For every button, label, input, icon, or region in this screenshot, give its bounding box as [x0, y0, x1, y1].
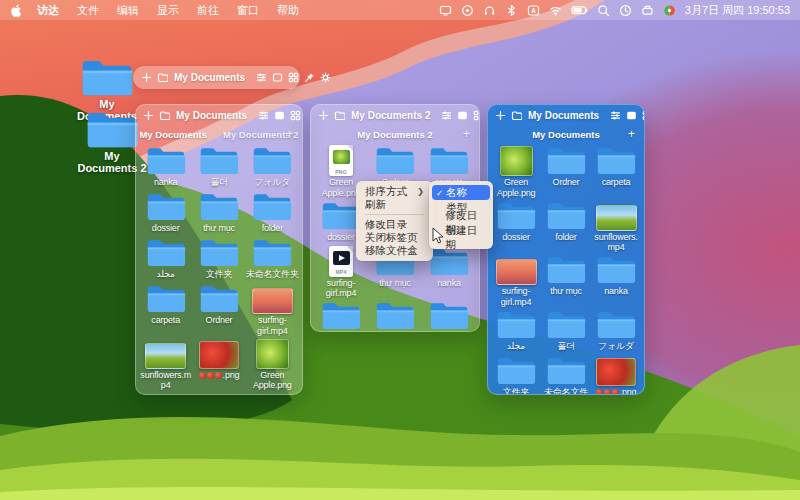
folder-icon [252, 191, 292, 222]
settings-gear-icon[interactable] [320, 72, 331, 83]
file-item[interactable]: 未命名文件夹 [541, 355, 591, 395]
file-item[interactable]: مجلد [491, 309, 541, 354]
image-thumbnail [145, 338, 186, 369]
add-file-box-button[interactable] [318, 110, 329, 121]
card-view-icon[interactable] [457, 110, 468, 121]
file-item[interactable]: nanka [591, 254, 641, 308]
file-item[interactable]: sunflowers.mp4 [139, 338, 192, 392]
file-item[interactable]: 未命名文件夹 [246, 237, 299, 282]
file-item[interactable]: مجلد [139, 237, 192, 282]
file-item[interactable]: フォルダ [591, 309, 641, 354]
menu-item-5[interactable]: 前往 [188, 3, 228, 18]
context-menu-item-4[interactable]: 修改目录 [356, 218, 433, 231]
folder-icon [596, 309, 636, 340]
file-item[interactable]: Ordner [541, 145, 591, 199]
context-menu-item-1[interactable]: 排序方式❯ [356, 185, 433, 198]
file-box-strip[interactable]: My Documents [133, 66, 300, 89]
file-label: .png [199, 370, 240, 381]
add-tab-button[interactable]: + [628, 127, 635, 141]
file-box-panel: My Documents My DocumentsMy Documents 2+… [135, 104, 303, 395]
folder-icon [321, 200, 361, 231]
image-thumbnail [500, 145, 533, 176]
grid-view-icon[interactable] [473, 110, 480, 121]
file-item[interactable]: dossier [139, 191, 192, 236]
file-item[interactable]: مجلد [314, 300, 368, 332]
display-icon[interactable] [439, 4, 452, 17]
file-item[interactable]: 文件夹 [192, 237, 245, 282]
file-item[interactable]: .png [192, 338, 245, 392]
card-view-icon[interactable] [272, 72, 283, 83]
file-item[interactable]: Green Apple.png [491, 145, 541, 199]
file-item[interactable]: thư mục [192, 191, 245, 236]
filter-icon[interactable] [256, 72, 267, 83]
folder-icon [375, 300, 415, 331]
file-item[interactable]: carpeta [591, 145, 641, 199]
file-item[interactable]: carpeta [139, 283, 192, 337]
add-tab-button[interactable]: + [286, 127, 293, 141]
file-item[interactable]: 폴더 [541, 309, 591, 354]
file-item[interactable]: sunflowers.mp4 [591, 200, 641, 254]
pin-icon[interactable] [304, 72, 315, 83]
grid-view-icon[interactable] [642, 110, 645, 121]
device-icon[interactable] [641, 4, 654, 17]
file-item[interactable]: nanka [139, 145, 192, 190]
file-item[interactable]: .png [591, 355, 641, 395]
file-item[interactable]: folder [246, 191, 299, 236]
add-file-box-button[interactable] [495, 110, 506, 121]
headphones-icon[interactable] [483, 4, 496, 17]
image-thumbnail [252, 283, 293, 314]
image-thumbnail [596, 355, 636, 386]
add-tab-button[interactable]: + [463, 127, 470, 141]
apple-menu-icon[interactable] [10, 4, 22, 17]
clock-icon[interactable] [619, 4, 632, 17]
menu-item-4[interactable]: 显示 [148, 3, 188, 18]
colored-app-icon[interactable] [663, 4, 676, 17]
context-menu-item-6[interactable]: 移除文件盒 [356, 244, 433, 257]
sort-option-1[interactable]: ✓名称 [432, 185, 490, 200]
tab-my-documents-2[interactable]: My Documents 2 [357, 129, 433, 140]
file-item[interactable]: Ordner [192, 283, 245, 337]
file-item[interactable]: surfing-girl.mp4 [246, 283, 299, 337]
tab-my-documents[interactable]: My Documents [532, 129, 600, 140]
file-item[interactable]: surfing-girl.mp4 [491, 254, 541, 308]
checkmark-icon: ✓ [436, 188, 446, 198]
search-icon[interactable] [597, 4, 610, 17]
folder-icon [159, 110, 170, 121]
wifi-icon[interactable] [549, 4, 562, 17]
panel-tabs: My Documents+ [488, 126, 644, 142]
file-item[interactable]: 폴더 [192, 145, 245, 190]
card-view-icon[interactable] [626, 110, 637, 121]
record-icon[interactable] [461, 4, 474, 17]
context-menu-item-2[interactable]: 刷新 [356, 198, 433, 211]
battery-icon[interactable] [571, 5, 588, 15]
file-box-title: My Documents [174, 72, 245, 83]
file-item[interactable]: Green Apple.png [246, 338, 299, 392]
file-item[interactable]: 文件夹 [491, 355, 541, 395]
menu-item-2[interactable]: 文件 [68, 3, 108, 18]
svg-text:A: A [531, 7, 536, 14]
card-view-icon[interactable] [274, 110, 285, 121]
grid-view-icon[interactable] [288, 72, 299, 83]
add-file-box-button[interactable] [143, 110, 154, 121]
menu-item-7[interactable]: 帮助 [268, 3, 308, 18]
menu-item-6[interactable]: 窗口 [228, 3, 268, 18]
filter-icon[interactable] [258, 110, 269, 121]
menubar-clock[interactable]: 3月7日 周四 19:50:53 [685, 3, 790, 18]
file-item[interactable]: dossier [491, 200, 541, 254]
file-item[interactable]: 폴더 [368, 300, 422, 332]
add-file-box-button[interactable] [141, 72, 152, 83]
file-item[interactable]: フォルダ [422, 300, 476, 332]
input-source-icon[interactable]: A [527, 4, 540, 17]
file-item[interactable]: thư mục [541, 254, 591, 308]
folder-icon [596, 145, 636, 176]
tab-my-documents[interactable]: My Documents [139, 129, 207, 140]
grid-view-icon[interactable] [290, 110, 301, 121]
menu-item-3[interactable]: 编辑 [108, 3, 148, 18]
context-menu-item-5[interactable]: 关闭标签页 [356, 231, 433, 244]
filter-icon[interactable] [441, 110, 452, 121]
menu-item-1[interactable]: 访达 [28, 3, 68, 18]
bluetooth-icon[interactable] [505, 4, 518, 17]
file-item[interactable]: フォルダ [246, 145, 299, 190]
file-item[interactable]: folder [541, 200, 591, 254]
filter-icon[interactable] [610, 110, 621, 121]
